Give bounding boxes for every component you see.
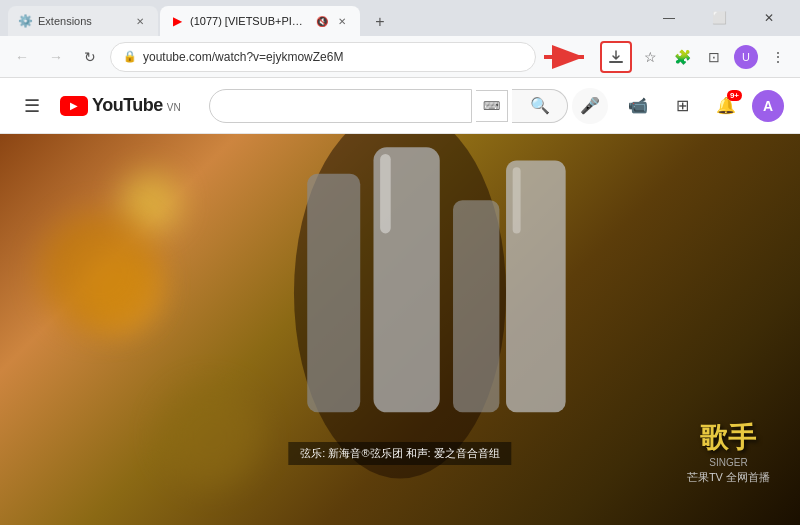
singer-title-text: 歌手 (687, 419, 770, 457)
voice-search-button[interactable]: 🎤 (572, 88, 608, 124)
user-account-button[interactable]: U (732, 43, 760, 71)
youtube-search-box[interactable] (209, 89, 472, 123)
svg-rect-2 (609, 61, 623, 63)
tab-extensions[interactable]: ⚙️ Extensions ✕ (8, 6, 158, 36)
youtube-logo-icon (60, 96, 88, 116)
youtube-header-actions: 📹 ⊞ 🔔 9+ A (620, 88, 784, 124)
minimize-button[interactable]: — (646, 3, 692, 33)
video-subtitle-bar: 弦乐: 新海音®弦乐团 和声: 爱之音合音组 (288, 442, 511, 465)
forward-button[interactable]: → (42, 43, 70, 71)
singer-english-text: SINGER (687, 457, 770, 468)
video-container[interactable]: 弦乐: 新海音®弦乐团 和声: 爱之音合音组 歌手 SINGER 芒果TV 全网… (0, 134, 800, 525)
extensions-tab-title: Extensions (38, 15, 126, 27)
notifications-badge: 9+ (727, 90, 742, 101)
extensions-tab-icon: ⚙️ (18, 14, 32, 28)
youtube-search-button[interactable]: 🔍 (512, 89, 568, 123)
browser-window: ⚙️ Extensions ✕ ▶ (1077) [VIETSUB+PINYIN… (0, 0, 800, 525)
youtube-country-badge: VN (167, 102, 181, 113)
content-area: 弦乐: 新海音®弦乐团 和声: 爱之音合音组 歌手 SINGER 芒果TV 全网… (0, 134, 800, 525)
youtube-logo-text: YouTube (92, 95, 163, 116)
address-bar-row: ← → ↻ 🔒 youtube.com/watch?v=ejykmowZe6M (0, 36, 800, 78)
lock-icon: 🔒 (123, 50, 137, 63)
svg-rect-9 (513, 167, 521, 233)
cast-button[interactable]: ⊡ (700, 43, 728, 71)
singer-brand-text: 芒果TV 全网首播 (687, 470, 770, 485)
youtube-tab-icon: ▶ (170, 14, 184, 28)
highlight-arrow (542, 43, 592, 71)
youtube-search-container: ⌨ 🔍 🎤 (209, 88, 608, 124)
tab-group: ⚙️ Extensions ✕ ▶ (1077) [VIETSUB+PINYIN… (8, 0, 642, 36)
youtube-search-input[interactable] (222, 98, 459, 114)
extensions-button[interactable]: 🧩 (668, 43, 696, 71)
notifications-button[interactable]: 🔔 9+ (708, 88, 744, 124)
youtube-menu-button[interactable]: ☰ (16, 90, 48, 122)
bookmark-button[interactable]: ☆ (636, 43, 664, 71)
download-button[interactable] (600, 41, 632, 73)
keyboard-button[interactable]: ⌨ (476, 90, 508, 122)
address-text: youtube.com/watch?v=ejykmowZe6M (143, 50, 523, 64)
apps-grid-button[interactable]: ⊞ (664, 88, 700, 124)
refresh-button[interactable]: ↻ (76, 43, 104, 71)
title-bar: ⚙️ Extensions ✕ ▶ (1077) [VIETSUB+PINYIN… (0, 0, 800, 36)
user-avatar[interactable]: A (752, 90, 784, 122)
window-controls: — ⬜ ✕ (646, 3, 792, 33)
svg-rect-8 (380, 154, 391, 234)
menu-button[interactable]: ⋮ (764, 43, 792, 71)
svg-rect-6 (453, 200, 499, 412)
toolbar-actions: ☆ 🧩 ⊡ U ⋮ (542, 41, 792, 73)
video-content-svg (0, 134, 800, 525)
youtube-logo[interactable]: YouTube VN (60, 95, 181, 116)
create-video-button[interactable]: 📹 (620, 88, 656, 124)
youtube-header: ☰ YouTube VN ⌨ 🔍 🎤 📹 ⊞ 🔔 9+ A (0, 78, 800, 134)
back-button[interactable]: ← (8, 43, 36, 71)
new-tab-button[interactable]: + (366, 8, 394, 36)
maximize-button[interactable]: ⬜ (696, 3, 742, 33)
tab-youtube[interactable]: ▶ (1077) [VIETSUB+PINYIN] ♪ 🔇 ✕ (160, 6, 360, 36)
extensions-tab-close[interactable]: ✕ (132, 13, 148, 29)
youtube-tab-title: (1077) [VIETSUB+PINYIN] ♪ (190, 15, 310, 27)
address-bar[interactable]: 🔒 youtube.com/watch?v=ejykmowZe6M (110, 42, 536, 72)
close-button[interactable]: ✕ (746, 3, 792, 33)
youtube-tab-close[interactable]: ✕ (334, 13, 350, 29)
mute-icon: 🔇 (316, 16, 328, 27)
singer-logo: 歌手 SINGER 芒果TV 全网首播 (687, 419, 770, 485)
subtitle-text: 弦乐: 新海音®弦乐团 和声: 爱之音合音组 (300, 446, 499, 461)
svg-rect-4 (307, 174, 360, 413)
